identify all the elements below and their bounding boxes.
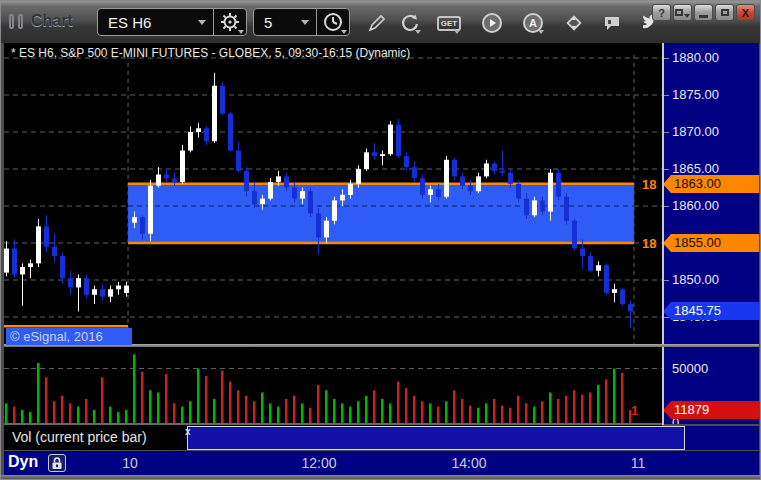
volume-bar <box>389 403 392 423</box>
candle-body <box>108 289 113 296</box>
candle-body <box>12 249 17 275</box>
draw-tool-button[interactable] <box>363 11 389 35</box>
volume-bar <box>421 401 424 423</box>
symbol-combo[interactable]: ES H6 <box>97 8 247 36</box>
help-button[interactable]: ? <box>652 4 671 21</box>
candle-body <box>476 176 481 191</box>
chart-window: Chart ES H6 5 <box>0 0 761 480</box>
auto-mode-button[interactable]: A <box>520 11 546 35</box>
comment-button[interactable] <box>599 11 625 35</box>
candle-body <box>228 114 233 151</box>
selected-pane-indicator[interactable] <box>187 426 685 450</box>
candle-body <box>620 289 625 304</box>
time-tick-label: 10 <box>122 455 138 471</box>
volume-label-fragment: 1 <box>631 403 638 418</box>
volume-bar <box>605 379 608 423</box>
dynamic-mode-toggle[interactable]: Dyn <box>8 453 38 471</box>
candle-body <box>196 128 201 132</box>
get-data-button[interactable]: GET <box>436 11 462 35</box>
volume-bar <box>61 396 64 423</box>
candle-body <box>36 226 41 263</box>
chevron-down-icon <box>454 30 460 34</box>
candle-body <box>20 267 25 274</box>
candle-body <box>372 152 377 156</box>
candle-body <box>580 249 585 256</box>
popout-button[interactable] <box>673 4 692 21</box>
volume-bar <box>165 374 168 423</box>
candle-body <box>212 86 217 142</box>
lock-button[interactable] <box>48 454 66 472</box>
window-bottom-frame <box>1 475 761 480</box>
candle-body <box>188 132 193 151</box>
volume-bar <box>453 390 456 423</box>
candle-body <box>140 217 145 234</box>
time-tick-label: 14:00 <box>451 455 486 471</box>
time-tick-label: 12:00 <box>301 455 336 471</box>
candle-body <box>428 189 433 195</box>
reload-button[interactable] <box>397 11 423 35</box>
volume-bar <box>293 396 296 423</box>
minimize-button[interactable] <box>694 4 713 21</box>
chart-plot-area[interactable]: * ES H6, S&P 500 E-MINI FUTURES - GLOBEX… <box>4 43 662 426</box>
volume-bar <box>245 396 248 423</box>
chevron-down-icon[interactable] <box>301 20 309 25</box>
title-bar[interactable]: Chart ES H6 5 <box>1 1 761 43</box>
interval-combo[interactable]: 5 <box>253 8 350 36</box>
volume-bar <box>557 399 560 423</box>
volume-bar <box>29 412 32 423</box>
candle-body <box>612 289 617 293</box>
volume-bar <box>565 396 568 423</box>
volume-bar <box>301 403 304 423</box>
axis-tick <box>664 95 669 96</box>
volume-bar <box>541 401 544 423</box>
volume-bar <box>325 390 328 423</box>
symbol-value[interactable]: ES H6 <box>98 14 198 31</box>
candle-body <box>556 173 561 197</box>
volume-bar <box>93 410 96 423</box>
chevron-down-icon <box>415 30 421 34</box>
candle-body <box>236 151 241 171</box>
candle-body <box>588 256 593 271</box>
chevron-down-icon[interactable] <box>198 20 206 25</box>
candle-body <box>316 213 321 237</box>
time-axis[interactable]: Dyn 1012:0014:0011 <box>4 451 759 475</box>
time-settings-button[interactable] <box>317 9 349 35</box>
candlestick-volume-canvas[interactable] <box>4 43 662 426</box>
candle-body <box>260 199 265 205</box>
volume-bar <box>261 392 264 423</box>
maximize-button[interactable] <box>715 4 734 21</box>
volume-axis[interactable]: 500000 11879 <box>664 347 759 424</box>
study-legend-row: Vol (current price bar) x <box>4 426 759 450</box>
candle-body <box>164 175 169 179</box>
level-label-fragment: 18 <box>642 177 662 192</box>
link-button[interactable] <box>561 11 587 35</box>
candle-body <box>332 200 337 220</box>
chevron-down-icon <box>684 14 690 18</box>
padlock-icon <box>51 457 63 470</box>
candle-body <box>60 256 65 278</box>
candle-body <box>380 154 385 156</box>
candle-body <box>540 200 545 211</box>
price-axis[interactable]: 1863.00 1855.00 1880.001875.001870.00186… <box>664 43 759 344</box>
candle-body <box>604 265 609 293</box>
volume-bar <box>77 407 80 423</box>
interval-value[interactable]: 5 <box>254 14 301 31</box>
chevron-down-icon <box>238 30 244 34</box>
symbol-settings-button[interactable] <box>214 9 246 35</box>
axis-tick <box>664 132 669 133</box>
volume-bar <box>621 373 624 423</box>
close-study-icon[interactable]: x <box>185 426 191 437</box>
volume-bar <box>173 403 176 423</box>
close-button[interactable]: X <box>736 4 755 21</box>
candle-body <box>508 173 513 184</box>
volume-bar <box>597 385 600 423</box>
play-button[interactable] <box>479 11 505 35</box>
volume-bar <box>101 377 104 423</box>
price-level-tag: 1855.00 <box>671 234 759 252</box>
candle-body <box>324 221 329 238</box>
volume-bar <box>133 354 136 423</box>
volume-bar <box>269 403 272 423</box>
volume-bar <box>501 406 504 423</box>
chevron-down-icon <box>341 30 347 34</box>
volume-study-label[interactable]: Vol (current price bar) <box>12 429 147 445</box>
